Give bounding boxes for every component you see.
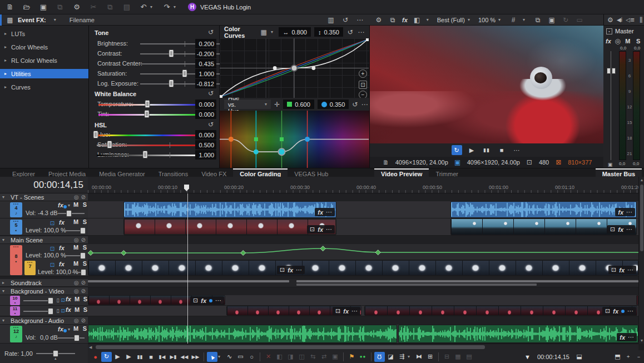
log-exposure-value[interactable]: -0.812	[195, 79, 216, 88]
save-project-icon[interactable]: ▣	[38, 2, 49, 12]
event-fx-icon[interactable]: fx	[618, 226, 623, 233]
tab-media-generator[interactable]: Media Generator	[92, 168, 152, 177]
curve-channel-caret-icon[interactable]: ▾	[271, 29, 275, 34]
tab-vegas-hub[interactable]: VEGAS Hub	[288, 168, 335, 177]
curve-fit-icon[interactable]: ⊡	[359, 81, 367, 89]
dim-output-icon[interactable]: ◁≣	[626, 16, 635, 24]
normal-edit-tool-button[interactable]: ▲	[207, 352, 217, 362]
tone-reset-icon[interactable]: ↺	[208, 28, 214, 36]
level-slider-handle[interactable]	[81, 269, 86, 276]
track-fx-button[interactable]: fx	[59, 261, 65, 267]
collapsed-event-bar[interactable]	[296, 280, 638, 282]
event-fx-icon[interactable]: fx	[201, 297, 206, 304]
scroll-down-icon[interactable]: ▼	[640, 339, 644, 342]
event-fx-buttons[interactable]: ⊡fx⋯	[607, 225, 635, 233]
collapse-icon[interactable]: ▾	[2, 289, 8, 294]
slide-button[interactable]: ⇄	[319, 352, 329, 362]
fast-forward-button[interactable]: ▶▶	[190, 352, 201, 362]
vol-slider-handle[interactable]	[66, 210, 72, 217]
scroll-left-icon[interactable]: ◀	[89, 345, 92, 350]
preview-play-button[interactable]: ▶	[467, 145, 477, 155]
level-slider[interactable]	[23, 300, 52, 301]
collapse-icon[interactable]: ▾	[2, 318, 8, 323]
expand-icon[interactable]: ▸	[4, 71, 7, 76]
insert-region-button[interactable]: ●●	[358, 352, 368, 362]
group-header-background-audio[interactable]: ▾ Background - Audio ◎⊘	[0, 317, 88, 325]
insert-marker-button[interactable]: ⚑	[346, 352, 357, 362]
event-fx-buttons[interactable]: ⊡fx⋯	[307, 225, 335, 233]
new-project-icon[interactable]: 🗎	[4, 2, 16, 12]
group-header-soundtrack[interactable]: ▸ Soundtrack ◎⊘	[0, 279, 88, 287]
hsl-saturation-slider-handle[interactable]	[107, 141, 112, 148]
edit-tool-caret-icon[interactable]: ▾	[218, 354, 224, 359]
go-to-start-button[interactable]: ▮◀	[157, 352, 167, 362]
timeline-hscrollbar[interactable]: ◀	[88, 344, 638, 350]
envelope-edit-tool-button[interactable]: ∿	[224, 352, 235, 362]
split-screen-icon[interactable]: ◧	[413, 16, 422, 24]
video-event[interactable]: ⊡fx⋯	[123, 218, 336, 235]
pause-button[interactable]: ▮▮	[135, 352, 145, 362]
video-event[interactable]: ⊡fx⋯ ⊡fx⋯	[88, 260, 638, 276]
mixer-trim-button[interactable]: ⊟	[442, 352, 452, 362]
reset-fx-icon[interactable]: ↺	[341, 16, 350, 24]
hub-login-button[interactable]: H VEGAS Hub Login	[188, 3, 251, 11]
contrast-slider-handle[interactable]	[169, 49, 174, 57]
level-slider-handle[interactable]	[48, 297, 53, 304]
track-content-5[interactable]: ⊡fx⋯ ⊡fx⋯	[88, 218, 638, 236]
event-more-icon[interactable]: ⋯	[215, 297, 221, 304]
vol-value[interactable]: 0,0 dB	[40, 334, 58, 341]
track-list-button[interactable]: ▤	[464, 352, 474, 362]
track-header-11[interactable]: 11▪ ▯ ⊡ fx M S	[0, 306, 88, 316]
level-slider[interactable]	[23, 311, 52, 312]
mute-button[interactable]: M	[72, 325, 80, 332]
saturation-value[interactable]: 1.000	[195, 69, 216, 78]
hue-mode-select[interactable]: Hue vs. Hue ▾	[224, 100, 271, 109]
hsl-saturation-value[interactable]: 0.500	[195, 140, 216, 150]
record-button[interactable]: ●	[90, 352, 101, 362]
event-fx-icon[interactable]: fx	[288, 267, 293, 274]
event-more-icon[interactable]: ⋯	[296, 266, 302, 274]
mute-button[interactable]: M	[73, 296, 81, 302]
grid-caret-icon[interactable]: ▾	[523, 17, 528, 22]
rate-slider[interactable]: ▲	[36, 353, 75, 354]
event-more-icon[interactable]: ⋯	[326, 208, 332, 216]
temperature-value[interactable]: 0.000	[195, 100, 216, 109]
track-color-tab[interactable]: 11▪	[10, 306, 20, 316]
sidebar-item-luts[interactable]: ▸LUTs	[0, 29, 88, 38]
contrast-center-value[interactable]: 0.435	[195, 59, 216, 68]
event-crop-icon[interactable]: ⊡	[611, 266, 616, 274]
white-balance-reset-icon[interactable]: ↺	[208, 89, 214, 97]
trim-end-button[interactable]: ◨	[285, 352, 296, 362]
expand-icon[interactable]: ▸	[4, 44, 7, 49]
hsl-reset-icon[interactable]: ↺	[208, 121, 214, 128]
vscroll-thumb[interactable]	[640, 185, 643, 251]
mute-button[interactable]: M	[72, 260, 80, 267]
group-fx-icon[interactable]: ◎	[74, 280, 79, 286]
zoom-edit-tool-button[interactable]: ○	[246, 352, 257, 362]
collapse-icon[interactable]: ▸	[2, 280, 8, 285]
tab-video-preview[interactable]: Video Preview	[374, 168, 429, 177]
timecode-display[interactable]: 00:00:14,15	[0, 177, 88, 193]
hue-slider-handle[interactable]	[93, 131, 98, 138]
undo-icon[interactable]: ↶	[138, 2, 149, 12]
master-fader-handle-left[interactable]	[607, 68, 611, 74]
track-header-10[interactable]: 10▪ ▯ ⊡ fx M S	[0, 295, 88, 306]
tab-explorer[interactable]: Explorer	[6, 168, 42, 177]
event-fx-buttons[interactable]: ⊡fx⋯	[602, 307, 636, 315]
undo-caret-icon[interactable]: ▾	[150, 4, 156, 9]
rate-slider-handle[interactable]	[53, 350, 58, 357]
video-event[interactable]: ⊡fx⋯	[88, 295, 225, 305]
audio-event[interactable]: fx⋯	[450, 201, 637, 218]
loop-region-icon[interactable]: ↻	[561, 16, 570, 24]
preview-more-button[interactable]: ⋯	[512, 145, 522, 155]
curve-zoom-in-icon[interactable]: +	[359, 69, 367, 78]
group-fx-icon[interactable]: ◎	[74, 237, 79, 243]
event-fx-icon[interactable]: fx	[619, 267, 625, 274]
timeline-zoom-out-button[interactable]: −	[633, 352, 644, 362]
brightness-value[interactable]: 0.200	[195, 39, 216, 48]
split-button[interactable]: ◫	[296, 352, 307, 362]
track-color-tab[interactable]: 10▪	[10, 296, 20, 305]
video-event[interactable]: ⊡fx⋯	[450, 218, 637, 235]
preview-settings-icon[interactable]: ⚙	[374, 16, 383, 24]
safe-area-icon[interactable]: ▭	[575, 16, 584, 24]
